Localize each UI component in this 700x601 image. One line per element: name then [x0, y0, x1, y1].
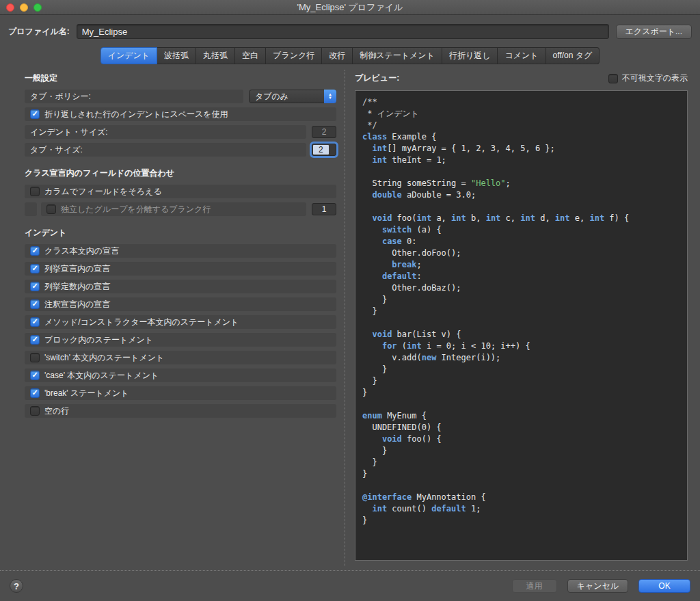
code-line: * インデント [362, 108, 680, 120]
cancel-button[interactable]: キャンセル [567, 579, 628, 593]
indent-size-value: 2 [322, 127, 327, 137]
code-line [362, 317, 680, 329]
bottom-bar: ? 適用 キャンセル OK [0, 571, 700, 601]
code-line: UNDEFINED(0) { [362, 422, 680, 433]
tab-line-wrapping[interactable]: 行折り返し [442, 47, 498, 64]
indent-size-label: インデント・サイズ: [25, 125, 306, 139]
chevron-updown-icon: ▲▼ [324, 90, 336, 103]
code-line: switch (a) { [362, 224, 680, 236]
indent-option-row[interactable]: 'break' ステートメント [25, 386, 336, 400]
tab-policy-label: タブ・ポリシー: [25, 90, 243, 103]
show-whitespace-row[interactable]: 不可視文字の表示 [608, 72, 688, 84]
titlebar[interactable]: 'My_Eclipse' プロファイル [0, 0, 700, 15]
main-area: 一般設定 タブ・ポリシー: タブのみ ▲▼ 折り返しされた行のインデントにスペー… [0, 64, 700, 571]
tab-parentheses[interactable]: 丸括弧 [196, 47, 235, 64]
code-line: /** [362, 96, 680, 108]
tab-size-value: 2 [313, 145, 329, 155]
code-line: int count() default 1; [362, 503, 680, 515]
traffic-lights [6, 3, 42, 12]
indent-option-label: 注釈宣言内の宣言 [44, 299, 110, 310]
blank-lines-checkbox[interactable] [46, 204, 56, 214]
code-preview[interactable]: /** * インデント */class Example { int[] myAr… [355, 90, 688, 561]
indent-spacer [25, 202, 37, 216]
code-line: case 0: [362, 236, 680, 248]
code-line: for (int i = 0; i < 10; i++) { [362, 340, 680, 352]
code-line: */ [362, 120, 680, 131]
tab-new-lines[interactable]: 改行 [322, 47, 353, 64]
code-line [362, 399, 680, 410]
indent-option-row[interactable]: ブロック内のステートメント [25, 333, 336, 347]
minimize-button[interactable] [20, 3, 28, 12]
indent-option-row[interactable]: メソッド/コンストラクター本文内のステートメント [25, 315, 336, 329]
tab-policy-select[interactable]: タブのみ ▲▼ [249, 90, 336, 103]
checkbox-checked-icon[interactable] [30, 246, 40, 256]
indent-option-row[interactable]: クラス本文内の宣言 [25, 244, 336, 258]
indent-option-row[interactable]: 'switch' 本文内のステートメント [25, 351, 336, 364]
code-line: } [362, 457, 680, 468]
code-line: v.add(new Integer(i)); [362, 352, 680, 364]
tab-indentation[interactable]: インデント [100, 47, 157, 64]
show-whitespace-checkbox[interactable] [608, 74, 618, 83]
profile-name-input[interactable] [77, 24, 609, 39]
code-line: } [362, 364, 680, 375]
code-line: break; [362, 259, 680, 271]
show-whitespace-label: 不可視文字の表示 [622, 72, 688, 84]
code-line: } [362, 306, 680, 317]
checkbox-checked-icon[interactable] [30, 282, 40, 291]
indent-option-row[interactable]: 列挙宣言内の宣言 [25, 262, 336, 276]
ok-button[interactable]: OK [638, 579, 690, 593]
section-title-indent: インデント [25, 227, 336, 239]
export-button[interactable]: エクスポート... [616, 25, 692, 39]
indent-option-row[interactable]: 列挙定数内の宣言 [25, 280, 336, 293]
indent-option-label: 列挙定数内の宣言 [44, 281, 110, 293]
checkbox-unchecked-icon[interactable] [30, 406, 40, 416]
wrapped-indent-row[interactable]: 折り返しされた行のインデントにスペースを使用 [25, 107, 336, 121]
code-line: void foo(int a, int b, int c, int d, int… [362, 213, 680, 224]
checkbox-checked-icon[interactable] [30, 388, 40, 398]
checkbox-checked-icon[interactable] [30, 299, 40, 309]
tab-comments[interactable]: コメント [498, 47, 546, 64]
blank-lines-label: 独立したグループを分離するブランク行 [61, 204, 211, 215]
checkbox-checked-icon[interactable] [30, 317, 40, 327]
code-line [362, 201, 680, 213]
checkbox-checked-icon[interactable] [30, 264, 40, 273]
tab-braces[interactable]: 波括弧 [157, 47, 196, 64]
checkbox-unchecked-icon[interactable] [30, 353, 40, 362]
preview-label: プレビュー: [355, 72, 399, 84]
indent-option-label: 列挙宣言内の宣言 [44, 263, 110, 275]
help-button[interactable]: ? [10, 579, 23, 593]
tab-control-statements[interactable]: 制御ステートメント [353, 47, 442, 64]
tab-off-on-tags[interactable]: off/on タグ [546, 47, 600, 64]
code-line: int[] myArray = { 1, 2, 3, 4, 5, 6 }; [362, 143, 680, 155]
indent-option-row[interactable]: 空の行 [25, 404, 336, 418]
blank-lines-row: 独立したグループを分離するブランク行 1 [25, 202, 336, 216]
tab-blank-lines[interactable]: ブランク行 [266, 47, 322, 64]
tab-whitespace[interactable]: 空白 [235, 47, 266, 64]
indent-size-input[interactable]: 2 [312, 126, 336, 138]
blank-lines-value: 1 [322, 204, 327, 214]
profile-name-row: プロファイル名: エクスポート... [0, 15, 700, 39]
blank-lines-input[interactable]: 1 [312, 203, 336, 215]
code-line: @interface MyAnnotation { [362, 492, 680, 503]
tab-size-label: タブ・サイズ: [25, 143, 306, 157]
indent-option-row[interactable]: 'case' 本文内のステートメント [25, 369, 336, 382]
align-columns-checkbox[interactable] [30, 187, 40, 196]
code-line: } [362, 468, 680, 480]
wrapped-indent-label: 折り返しされた行のインデントにスペースを使用 [44, 109, 228, 120]
checkbox-checked-icon[interactable] [30, 371, 40, 380]
settings-panel: 一般設定 タブ・ポリシー: タブのみ ▲▼ 折り返しされた行のインデントにスペー… [8, 70, 345, 566]
align-columns-row[interactable]: カラムでフィールドをそろえる [25, 185, 336, 198]
tab-size-input[interactable]: 2 [312, 144, 336, 156]
zoom-button[interactable] [33, 3, 42, 12]
tab-policy-row: タブ・ポリシー: タブのみ ▲▼ [25, 90, 336, 103]
wrapped-indent-checkbox[interactable] [30, 109, 40, 119]
code-line: String someString = "Hello"; [362, 178, 680, 189]
code-line: } [362, 294, 680, 306]
apply-button[interactable]: 適用 [512, 579, 557, 593]
code-line [362, 480, 680, 492]
indent-option-row[interactable]: 注釈宣言内の宣言 [25, 297, 336, 311]
close-button[interactable] [6, 3, 14, 12]
checkbox-checked-icon[interactable] [30, 335, 40, 345]
window-title: 'My_Eclipse' プロファイル [297, 1, 403, 14]
format-tabbar: インデント波括弧丸括弧空白ブランク行改行制御ステートメント行折り返しコメントof… [0, 47, 700, 64]
